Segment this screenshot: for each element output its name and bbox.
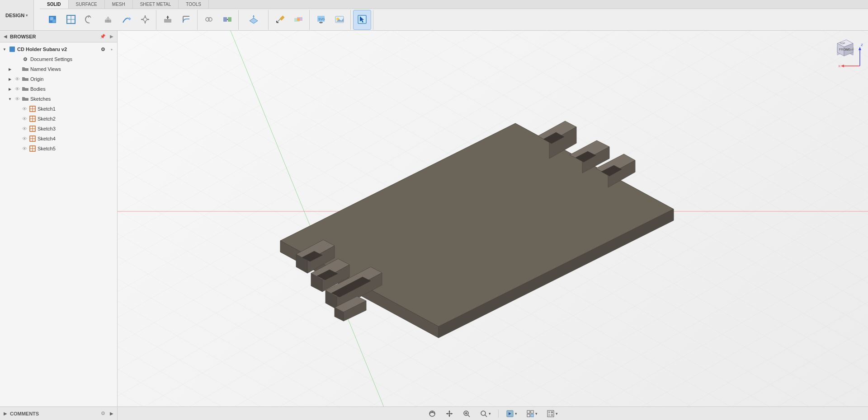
- create-sketch-btn[interactable]: [62, 10, 80, 30]
- comments-expand-icon[interactable]: ▶: [4, 411, 7, 416]
- browser-header: ◀ BROWSER 📌 ▶: [0, 31, 117, 42]
- sketch1-arrow: [14, 106, 20, 112]
- svg-rect-124: [527, 414, 530, 417]
- viewport[interactable]: Z X FRONT RIGHT TOP: [118, 31, 868, 406]
- create-group: CREATE ▾: [42, 10, 156, 30]
- model-svg: [199, 58, 741, 397]
- grid-display-btn[interactable]: ▾: [524, 409, 540, 419]
- svg-rect-127: [548, 411, 550, 413]
- select-btn[interactable]: [353, 10, 371, 30]
- tree-item-sketches[interactable]: ▼ 👁 Sketches: [0, 94, 117, 104]
- browser-collapse-icon[interactable]: ◀: [4, 34, 7, 39]
- sketches-arrow[interactable]: ▼: [7, 96, 13, 102]
- tree-item-doc-settings[interactable]: ⚙ Document Settings: [0, 54, 117, 64]
- comments-label: COMMENTS: [10, 411, 39, 416]
- tab-sheet-metal[interactable]: SHEET METAL: [133, 0, 179, 9]
- fillet-btn[interactable]: [177, 10, 195, 30]
- toolbar: DESIGN ▾ SOLID SURFACE MESH SHEET METAL …: [0, 0, 868, 31]
- statusbar: ▾ ▾ ▾ ▾: [118, 406, 868, 420]
- svg-marker-17: [141, 19, 142, 20]
- svg-rect-26: [228, 17, 231, 22]
- measure-btn[interactable]: [271, 10, 289, 30]
- tree-item-sketch1[interactable]: 👁 Sketch1: [0, 104, 117, 114]
- browser-pin-icon[interactable]: 📌: [100, 34, 105, 39]
- offset-plane-btn[interactable]: [245, 10, 263, 30]
- named-views-arrow[interactable]: ▶: [7, 66, 13, 72]
- new-component-btn[interactable]: [43, 10, 61, 30]
- extrude-btn[interactable]: [99, 10, 117, 30]
- root-collapse-arrow[interactable]: ▼: [2, 47, 7, 52]
- svg-point-118: [481, 411, 486, 415]
- sketch5-label: Sketch5: [38, 146, 115, 151]
- fit-btn[interactable]: ▾: [477, 409, 494, 419]
- viewcube[interactable]: Z X FRONT RIGHT TOP: [828, 34, 864, 70]
- svg-rect-130: [551, 414, 553, 416]
- sketch1-eye[interactable]: 👁: [21, 106, 28, 112]
- origin-label: Origin: [30, 76, 115, 82]
- tree-item-sketch5[interactable]: 👁 Sketch5: [0, 144, 117, 154]
- bodies-eye[interactable]: 👁: [14, 86, 20, 92]
- svg-line-119: [485, 415, 487, 417]
- svg-marker-16: [144, 22, 146, 23]
- comments-arrow-icon[interactable]: ▶: [110, 411, 113, 416]
- sketches-label: Sketches: [30, 96, 115, 102]
- svg-marker-97: [841, 65, 844, 67]
- insert-group: SVG INSERT ▾: [310, 10, 351, 30]
- sketch5-icon: [29, 145, 36, 152]
- tree-item-sketch4[interactable]: 👁 Sketch4: [0, 134, 117, 144]
- svg-marker-94: [859, 47, 861, 50]
- tree-item-origin[interactable]: ▶ 👁 Origin: [0, 74, 117, 84]
- tree-root[interactable]: ▼ CD Holder Subaru v2 ⚙ ●: [0, 44, 117, 54]
- sketches-eye[interactable]: 👁: [14, 96, 20, 102]
- sweep-btn[interactable]: [118, 10, 136, 30]
- origin-eye[interactable]: 👁: [14, 76, 20, 82]
- origin-arrow[interactable]: ▶: [7, 76, 13, 82]
- viewcube-svg: Z X FRONT RIGHT TOP: [828, 34, 864, 70]
- press-pull-btn[interactable]: [159, 10, 177, 30]
- move-btn[interactable]: [136, 10, 154, 30]
- tab-surface[interactable]: SURFACE: [69, 0, 105, 9]
- environment-btn[interactable]: ▾: [544, 409, 561, 419]
- tree-item-sketch3[interactable]: 👁 Sketch3: [0, 124, 117, 134]
- svg-rect-19: [164, 19, 171, 23]
- tab-solid[interactable]: SOLID: [40, 0, 69, 9]
- doc-settings-label: Document Settings: [30, 56, 115, 62]
- svg-rect-47: [9, 47, 15, 52]
- design-button[interactable]: DESIGN ▾: [0, 0, 34, 30]
- tab-mesh[interactable]: MESH: [105, 0, 133, 9]
- tree-item-bodies[interactable]: ▶ 👁 Bodies: [0, 84, 117, 94]
- sketch5-eye[interactable]: 👁: [21, 145, 28, 152]
- root-label: CD Holder Subaru v2: [17, 47, 98, 52]
- assemble-group: ASSEMBLE ▾: [198, 10, 239, 30]
- bodies-arrow[interactable]: ▶: [7, 86, 13, 92]
- sketch3-eye[interactable]: 👁: [21, 126, 28, 132]
- insert-canvas-btn[interactable]: [330, 10, 349, 30]
- assemble-btn[interactable]: [218, 10, 236, 30]
- tree-item-named-views[interactable]: ▶ Named Views: [0, 64, 117, 74]
- revolve-btn[interactable]: [80, 10, 99, 30]
- bodies-label: Bodies: [30, 86, 115, 92]
- root-icon: [9, 46, 16, 53]
- insert-svg-btn[interactable]: SVG: [312, 10, 330, 30]
- svg-rect-123: [531, 411, 533, 413]
- browser-expand-icon[interactable]: ▶: [110, 34, 113, 39]
- sketch2-eye[interactable]: 👁: [21, 116, 28, 122]
- comments-settings-icon[interactable]: ⚙: [101, 411, 105, 416]
- svg-rect-125: [531, 414, 533, 417]
- zoom-btn[interactable]: [460, 409, 473, 419]
- tree-item-sketch2[interactable]: 👁 Sketch2: [0, 114, 117, 124]
- tab-tools[interactable]: TOOLS: [179, 0, 209, 9]
- svg-rect-129: [548, 414, 550, 416]
- sketch4-eye[interactable]: 👁: [21, 135, 28, 142]
- sketch3-label: Sketch3: [38, 126, 115, 131]
- interference-btn[interactable]: [289, 10, 307, 30]
- modify-group: MODIFY ▾: [157, 10, 198, 30]
- pan-btn[interactable]: [443, 409, 456, 419]
- root-settings-icon[interactable]: ⚙: [99, 46, 107, 53]
- svg-text:Z: Z: [861, 43, 863, 47]
- svg-marker-21: [166, 16, 169, 18]
- display-mode-btn[interactable]: ▾: [503, 409, 520, 419]
- svg-text:X: X: [838, 64, 841, 68]
- joint-btn[interactable]: [200, 10, 218, 30]
- orbit-btn[interactable]: [425, 409, 439, 419]
